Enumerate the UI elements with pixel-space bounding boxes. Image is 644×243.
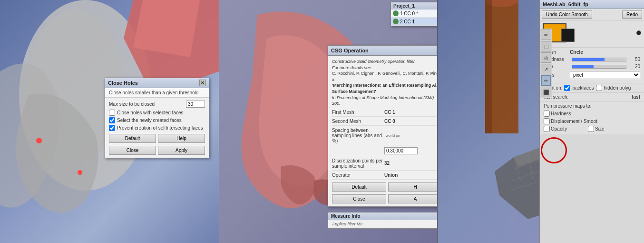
close-button[interactable]: Close (109, 146, 156, 155)
svg-point-4 (36, 138, 42, 143)
max-size-input[interactable] (186, 101, 205, 108)
close-holes-close-button[interactable]: ✕ (199, 80, 206, 86)
svg-line-12 (514, 157, 521, 181)
pen-opacity-item: Opacity (544, 126, 586, 132)
first-mesh-label: First Mesh (332, 110, 384, 115)
backfaces-checkbox[interactable] (564, 85, 570, 91)
checkbox-prevent-intersecting[interactable] (109, 125, 115, 131)
spacing-input-row (332, 147, 438, 156)
measure-info-body: Applied filter Me (328, 220, 438, 228)
close-holes-titlebar: Close Holes ✕ (105, 78, 209, 88)
backfaces-label: backfaces (572, 85, 594, 91)
pen-displacement-item: Displacement / Smoot (544, 118, 597, 124)
discretization-row: Discretization points per sample interva… (332, 158, 438, 171)
csg-description: Constructive Solid Geometry operation fi… (332, 59, 438, 107)
project-eye-0 (393, 10, 399, 16)
svg-point-5 (78, 170, 82, 175)
brush-panel: Brush Circle Hardness 50 Size 20 Uni (540, 20, 644, 134)
pen-size-label: Size (595, 126, 604, 132)
pen-pressure-section: Pen pressure maps to: Hardness Displacem… (540, 101, 644, 134)
second-mesh-label: Second Mesh (332, 119, 384, 124)
size-slider[interactable] (572, 65, 626, 69)
spacing-input[interactable] (384, 147, 418, 154)
checkbox-row-3: Prevent creation of selfIntersecting fac… (109, 125, 205, 131)
checkbox-select-faces-label: Select the newly created faces (117, 118, 182, 123)
checkbox-row-2: Select the newly created faces (109, 117, 205, 123)
brush-value: Circle (570, 50, 583, 55)
csg-default-button[interactable]: Default (332, 182, 386, 192)
right-viewport: MeshLab_64bit_fp Undo Color Smooth Redo … (438, 0, 644, 243)
project-window: Project_1 1 CC 0 * 2 CC 1 (390, 2, 438, 26)
apply-button[interactable]: Apply (158, 146, 205, 155)
checkbox-close-holes-label: Close holes with selected faces (117, 110, 184, 115)
project-eye-1 (393, 19, 399, 24)
checkbox-select-faces[interactable] (109, 117, 115, 123)
svg-line-13 (528, 152, 533, 179)
tool-icon-3[interactable]: ◎ (541, 52, 551, 63)
csg-buttons: Default H (332, 182, 438, 192)
spacing-label: Spacing between sampling lines (abs and … (332, 128, 384, 143)
csg-close-btn[interactable]: H (388, 182, 438, 192)
help-button[interactable]: Help (158, 134, 205, 143)
svg-marker-3 (133, 0, 200, 57)
color-area (540, 20, 644, 48)
tool-icons: ✏ ⬚ ◎ ↗ ✏ ⬛ (540, 29, 552, 98)
csg-dialog: CSG Operation ✕ Constructive Solid Geome… (328, 45, 438, 207)
meshlab-toolbar: Undo Color Smooth Redo (540, 9, 644, 20)
checkbox-close-holes[interactable] (109, 110, 115, 116)
hardness-value: 50 (628, 57, 640, 62)
paint-on-row: Paint on: backfaces hidden polyg (540, 83, 644, 93)
close-holes-buttons-2: Close Apply (109, 146, 205, 155)
brush-settings: Brush Circle Hardness 50 Size 20 Uni (540, 48, 644, 83)
csg-buttons-2: Close A (332, 194, 438, 203)
tool-icon-2[interactable]: ⬚ (541, 41, 551, 51)
second-mesh-row: Second Mesh CC 0 (332, 119, 438, 126)
first-mesh-value: CC 1 (384, 110, 395, 115)
redo-button[interactable]: Redo (622, 10, 642, 19)
pen-hardness-checkbox[interactable] (544, 111, 550, 117)
size-row: Size 20 (544, 64, 640, 69)
pen-opacity-checkbox[interactable] (544, 126, 550, 132)
max-size-label: Max size to be closed (109, 101, 186, 107)
discretization-label: Discretization points per sample interva… (332, 158, 384, 169)
close-holes-subtitle: Close holes smaller than a given thresho… (105, 88, 209, 98)
svg-rect-6 (485, 0, 518, 133)
secondary-color-swatch[interactable] (561, 29, 575, 42)
close-holes-body: Max size to be closed Close holes with s… (105, 98, 209, 158)
csg-titlebar: CSG Operation ✕ (328, 46, 438, 56)
meshlab-panel: MeshLab_64bit_fp Undo Color Smooth Redo … (539, 0, 644, 243)
tool-icon-1[interactable]: ✏ (541, 30, 551, 40)
pen-size-checkbox[interactable] (588, 126, 594, 132)
pen-displacement-label: Displacement / Smoot (551, 119, 597, 124)
units-select[interactable]: pixel (570, 71, 640, 79)
csg-apply-btn[interactable]: A (388, 194, 438, 203)
csg-body: Constructive Solid Geometry operation fi… (328, 56, 438, 206)
project-row-0[interactable]: 1 CC 0 * (391, 10, 438, 18)
hardness-slider[interactable] (572, 58, 626, 61)
csg-close-button[interactable]: Close (332, 194, 386, 203)
meshlab-titlebar: MeshLab_64bit_fp (540, 0, 644, 9)
project-row-1[interactable]: 2 CC 1 (391, 18, 438, 26)
undo-color-smooth-button[interactable]: Undo Color Smooth (542, 10, 592, 19)
size-value: 20 (628, 64, 640, 69)
vertex-search-value: fast (632, 94, 640, 100)
hidden-poly-checkbox[interactable] (596, 85, 602, 91)
operator-label: Operator (332, 172, 384, 178)
operator-row: Operator Union (332, 172, 438, 180)
default-button[interactable]: Default (109, 134, 156, 143)
project-label-1: 2 CC 1 (400, 19, 438, 24)
close-holes-buttons: Default Help (109, 134, 205, 143)
second-mesh-value: CC 0 (384, 119, 395, 124)
tool-icon-6[interactable]: ⬛ (541, 87, 551, 97)
pen-opacity-label: Opacity (551, 126, 567, 132)
hardness-row: Hardness 50 (544, 57, 640, 62)
active-brush-icon[interactable]: ✏ (541, 75, 551, 86)
discretization-value: 32 (384, 161, 390, 166)
red-circle-highlight (541, 137, 567, 163)
left-viewport: Close Holes ✕ Close holes smaller than a… (0, 0, 219, 243)
tool-icon-4[interactable]: ↗ (541, 64, 551, 74)
pen-displacement-checkbox[interactable] (544, 118, 550, 124)
checkbox-row-1: Close holes with selected faces (109, 110, 205, 116)
pen-checkboxes: Hardness Displacement / Smoot Opacity (544, 111, 640, 132)
svg-rect-8 (485, 0, 492, 133)
